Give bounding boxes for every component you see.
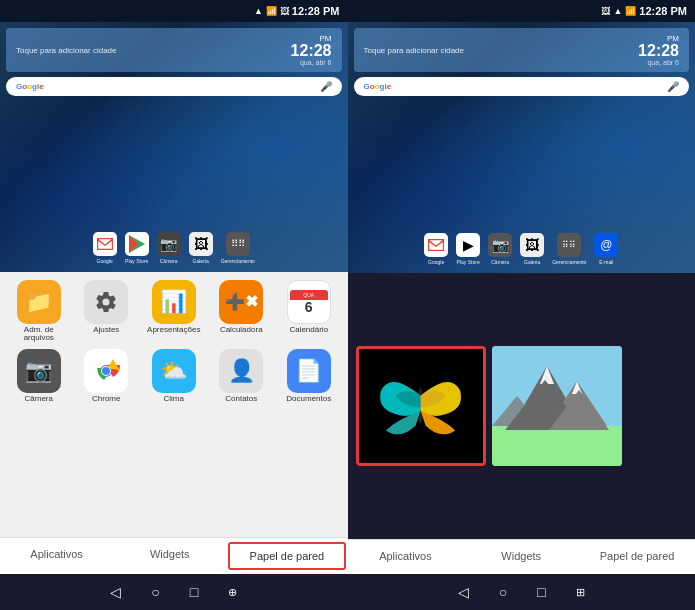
clock-date-right: qua, abr 6 bbox=[638, 59, 679, 66]
app-grid-left: 📁 Adm. de arquivos Ajustes 📊 Apresentaçõ… bbox=[8, 280, 340, 404]
tab-papel-left[interactable]: Papel de pared bbox=[228, 542, 345, 570]
svg-point-3 bbox=[102, 367, 110, 375]
screenshot-icon-right: 🖼 bbox=[601, 6, 610, 16]
clock-time-display-right: PM 12:28 qua, abr 6 bbox=[638, 34, 679, 66]
wifi-icon: ▲ bbox=[254, 6, 263, 16]
dock-gmail-right-label: Google bbox=[428, 259, 444, 265]
screenshot-icon: 🖼 bbox=[280, 6, 289, 16]
dock-gallery-label: Galeria bbox=[193, 258, 209, 264]
dock-camera-right[interactable]: 📷 Câmera bbox=[488, 233, 512, 265]
app-camera-main-label: Câmera bbox=[25, 395, 53, 404]
dock-gmail[interactable]: Google bbox=[93, 232, 117, 264]
filemanager-icon: 📁 bbox=[17, 280, 61, 324]
tab-widgets-left[interactable]: Widgets bbox=[113, 538, 226, 574]
clock-widget-left: Toque para adicionar cidade PM 12:28 qua… bbox=[6, 28, 342, 72]
gerenc-icon: ⠿⠿ bbox=[226, 232, 250, 256]
dock-camera-label: Câmera bbox=[160, 258, 178, 264]
clima-icon: ⛅ bbox=[152, 349, 196, 393]
home-dock-left: Google Play Store 📷 Câmera 🖼 Galeria bbox=[0, 232, 348, 264]
home-btn-left[interactable]: ○ bbox=[151, 584, 159, 600]
app-camera-main[interactable]: 📷 Câmera bbox=[8, 349, 70, 404]
google-search-bar-left[interactable]: Google 🎤 bbox=[6, 77, 342, 96]
tab-aplicativos-right[interactable]: Aplicativos bbox=[348, 540, 464, 574]
signal-icon-right: 📶 bbox=[625, 6, 636, 16]
app-slides[interactable]: 📊 Apresentações bbox=[143, 280, 205, 344]
status-bar-left: ▲ 📶 🖼 12:28 PM bbox=[0, 0, 348, 22]
left-panel: ▲ 📶 🖼 12:28 PM Toque para adicionar cida… bbox=[0, 0, 348, 610]
dock-playstore-right-label: Play Store bbox=[457, 259, 480, 265]
mic-icon-right: 🎤 bbox=[667, 81, 679, 92]
status-time-right: 12:28 PM bbox=[639, 5, 687, 17]
gerenc-icon-right: ⠿⠿ bbox=[557, 233, 581, 257]
playstore-icon-right: ▶ bbox=[456, 233, 480, 257]
status-time-left: 12:28 PM bbox=[292, 5, 340, 17]
google-search-bar-right[interactable]: Google 🎤 bbox=[354, 77, 690, 96]
camera-main-icon: 📷 bbox=[17, 349, 61, 393]
right-panel: 🖼 ▲ 📶 12:28 PM Toque para adicionar cida… bbox=[348, 0, 696, 610]
signal-icon: 📶 bbox=[266, 6, 277, 16]
app-calculator[interactable]: ➕✖ Calculadora bbox=[211, 280, 273, 344]
recent-btn-right[interactable]: □ bbox=[537, 584, 545, 600]
google-logo-right: Google bbox=[364, 82, 392, 91]
dock-playstore-right[interactable]: ▶ Play Store bbox=[456, 233, 480, 265]
mic-icon-left: 🎤 bbox=[320, 81, 332, 92]
wallpaper-butterfly-thumb[interactable] bbox=[356, 346, 486, 466]
chrome-icon bbox=[84, 349, 128, 393]
wallpaper-mountain-bg bbox=[492, 346, 622, 466]
app-calculator-label: Calculadora bbox=[220, 326, 263, 335]
dock-playstore[interactable]: Play Store bbox=[125, 232, 149, 264]
home-btn-right[interactable]: ○ bbox=[499, 584, 507, 600]
recent-btn-left[interactable]: □ bbox=[190, 584, 198, 600]
status-icons-left: ▲ 📶 🖼 12:28 PM bbox=[254, 5, 340, 17]
app-chrome[interactable]: Chrome bbox=[76, 349, 138, 404]
dock-gmail-right[interactable]: Google bbox=[424, 233, 448, 265]
dock-gerenc[interactable]: ⠿⠿ Gerenciamento bbox=[221, 232, 255, 264]
tab-widgets-right[interactable]: Widgets bbox=[463, 540, 579, 574]
dock-gallery-right[interactable]: 🖼 Galeria bbox=[520, 233, 544, 265]
gmail-icon bbox=[93, 232, 117, 256]
clock-time-display-left: PM 12:28 qua, abr 6 bbox=[291, 34, 332, 66]
camera-icon: 📷 bbox=[157, 232, 181, 256]
contacts-icon: 👤 bbox=[219, 349, 263, 393]
calendar-icon: QUA 6 bbox=[287, 280, 331, 324]
dock-gallery-right-label: Galeria bbox=[524, 259, 540, 265]
tab-aplicativos-left[interactable]: Aplicativos bbox=[0, 538, 113, 574]
dock-gerenc-right[interactable]: ⠿⠿ Gerenciamento bbox=[552, 233, 586, 265]
dock-gallery[interactable]: 🖼 Galeria bbox=[189, 232, 213, 264]
home-preview-right: Toque para adicionar cidade PM 12:28 qua… bbox=[348, 22, 696, 273]
dock-camera-right-label: Câmera bbox=[491, 259, 509, 265]
app-calendar[interactable]: QUA 6 Calendário bbox=[278, 280, 340, 344]
app-docs[interactable]: 📄 Documentos bbox=[278, 349, 340, 404]
app-slides-label: Apresentações bbox=[147, 326, 200, 335]
wallpaper-mountain-thumb[interactable] bbox=[492, 346, 622, 466]
dock-playstore-label: Play Store bbox=[125, 258, 148, 264]
app-docs-label: Documentos bbox=[286, 395, 331, 404]
app-settings-label: Ajustes bbox=[93, 326, 119, 335]
app-clima-label: Clima bbox=[164, 395, 184, 404]
gmail-icon-right bbox=[424, 233, 448, 257]
app-settings[interactable]: Ajustes bbox=[76, 280, 138, 344]
extra-btn-right[interactable]: ⊞ bbox=[576, 586, 585, 599]
app-filemanager[interactable]: 📁 Adm. de arquivos bbox=[8, 280, 70, 344]
home-dock-right: Google ▶ Play Store 📷 Câmera 🖼 Galeria ⠿… bbox=[348, 233, 696, 265]
app-calendar-label: Calendário bbox=[289, 326, 328, 335]
app-clima[interactable]: ⛅ Clima bbox=[143, 349, 205, 404]
tab-papel-right[interactable]: Papel de pared bbox=[579, 540, 695, 574]
clock-widget-right: Toque para adicionar cidade PM 12:28 qua… bbox=[354, 28, 690, 72]
email-icon-right: @ bbox=[594, 233, 618, 257]
home-widgets-right: Toque para adicionar cidade PM 12:28 qua… bbox=[354, 28, 690, 101]
gallery-icon: 🖼 bbox=[189, 232, 213, 256]
app-chrome-label: Chrome bbox=[92, 395, 120, 404]
back-btn-left[interactable]: ◁ bbox=[110, 584, 121, 600]
clock-date-left: qua, abr 6 bbox=[291, 59, 332, 66]
dock-email-right[interactable]: @ E-mail bbox=[594, 233, 618, 265]
status-bar-right: 🖼 ▲ 📶 12:28 PM bbox=[348, 0, 696, 22]
back-btn-right[interactable]: ◁ bbox=[458, 584, 469, 600]
home-preview-left: Toque para adicionar cidade PM 12:28 qua… bbox=[0, 22, 348, 272]
extra-btn-left[interactable]: ⊕ bbox=[228, 586, 237, 599]
dock-gerenc-label: Gerenciamento bbox=[221, 258, 255, 264]
app-contacts[interactable]: 👤 Contatos bbox=[211, 349, 273, 404]
dock-camera[interactable]: 📷 Câmera bbox=[157, 232, 181, 264]
nav-bar-left: ◁ ○ □ ⊕ bbox=[0, 574, 348, 610]
docs-icon: 📄 bbox=[287, 349, 331, 393]
